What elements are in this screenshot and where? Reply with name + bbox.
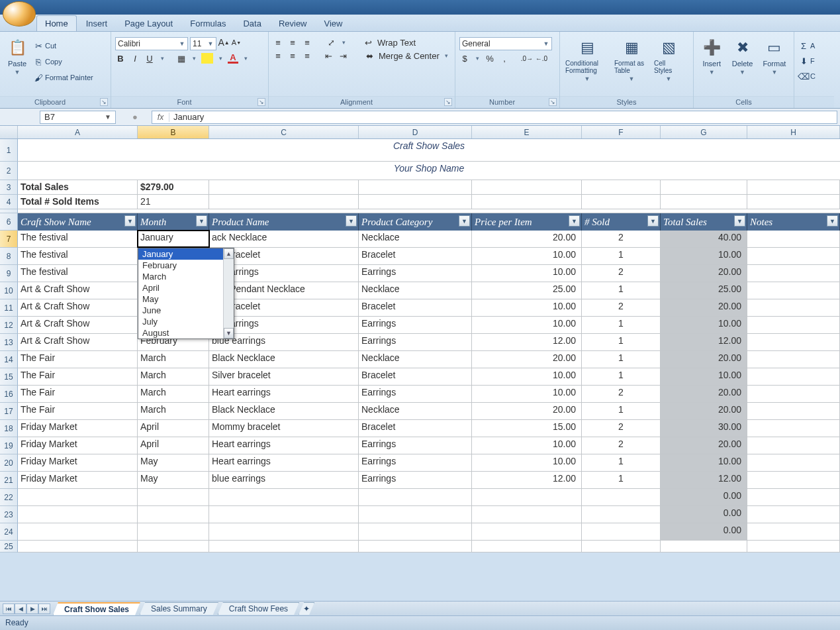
cell[interactable]: The Fair — [18, 351, 138, 368]
cell[interactable]: 10.00 — [661, 368, 747, 385]
filter-button[interactable]: ▼ — [346, 215, 357, 227]
cell[interactable]: 20.00 — [472, 231, 582, 247]
cell[interactable] — [472, 180, 582, 194]
merge-center-button[interactable]: Merge & Center — [379, 51, 440, 61]
spreadsheet-grid[interactable]: A B C D E F G H 123467891011121314151617… — [0, 126, 840, 552]
cell[interactable] — [582, 489, 661, 505]
cell[interactable]: Mommy bracelet — [209, 420, 359, 437]
cell[interactable] — [747, 180, 840, 194]
font-family-combo[interactable]: Calibri▼ — [115, 37, 188, 50]
table-header[interactable]: # Sold▼ — [582, 213, 661, 231]
cell[interactable]: 12.00 — [661, 334, 747, 350]
cell[interactable] — [747, 282, 840, 299]
cell[interactable] — [472, 506, 582, 523]
cell[interactable] — [747, 506, 840, 523]
comma-button[interactable]: , — [499, 53, 510, 64]
cell[interactable]: May — [138, 454, 209, 471]
cell[interactable]: 1 — [582, 248, 661, 264]
sheet-tab[interactable]: Sales Summary — [140, 602, 218, 615]
increase-indent-icon[interactable]: ⇥ — [338, 50, 348, 61]
align-bottom-icon[interactable]: ≡ — [302, 37, 312, 48]
dropdown-option[interactable]: August — [138, 327, 234, 339]
cell[interactable]: Heart earrings — [209, 437, 359, 454]
cell[interactable]: Silver bracelet — [209, 368, 359, 385]
cell[interactable]: Black Necklace — [209, 403, 359, 419]
tab-view[interactable]: View — [316, 16, 351, 31]
cell[interactable] — [209, 523, 359, 540]
validation-dropdown[interactable]: JanuaryFebruaryMarchAprilMayJuneJulyAugu… — [138, 248, 234, 339]
delete-cells-button[interactable]: ✖Delete▼ — [728, 34, 756, 78]
cell[interactable] — [209, 195, 359, 209]
number-format-combo[interactable]: General▼ — [459, 37, 552, 50]
cell[interactable] — [18, 489, 138, 505]
align-middle-icon[interactable]: ≡ — [287, 37, 298, 48]
cell[interactable]: Art & Craft Show — [18, 299, 138, 316]
cell[interactable]: Necklace — [359, 231, 472, 247]
cell[interactable]: Art & Craft Show — [18, 282, 138, 299]
dropdown-option[interactable]: April — [138, 282, 234, 293]
clear-button[interactable]: ⌫C — [798, 69, 816, 83]
cell[interactable]: 15.00 — [472, 420, 582, 437]
col-header[interactable]: A — [18, 126, 138, 138]
sheet-tab[interactable]: Craft Show Fees — [218, 602, 299, 615]
next-sheet-button[interactable]: ▶ — [26, 604, 38, 614]
cell[interactable]: Necklace — [359, 351, 472, 368]
cell[interactable] — [747, 523, 840, 540]
cell-styles-button[interactable]: ▧Cell Styles▼ — [653, 34, 684, 85]
cell[interactable] — [747, 317, 840, 333]
cell[interactable] — [747, 248, 840, 264]
cell[interactable] — [138, 541, 209, 552]
cell[interactable] — [747, 351, 840, 368]
cell[interactable] — [747, 368, 840, 385]
cell[interactable]: 1 — [582, 472, 661, 488]
cell[interactable]: 1 — [582, 351, 661, 368]
dialog-launcher-icon[interactable]: ↘ — [100, 98, 108, 106]
name-box[interactable]: B7▼ — [40, 111, 116, 124]
cell[interactable] — [747, 472, 840, 488]
cell[interactable]: 2 — [582, 265, 661, 282]
cell[interactable] — [359, 541, 472, 552]
cell[interactable]: 10.00 — [472, 454, 582, 471]
cell[interactable]: $279.00 — [138, 180, 209, 194]
cell[interactable]: 1 — [582, 454, 661, 471]
cell[interactable] — [747, 386, 840, 402]
row-header[interactable]: 22 — [0, 489, 18, 506]
row-header[interactable]: 2 — [0, 162, 18, 180]
row-header[interactable]: 10 — [0, 282, 18, 299]
select-all-corner[interactable] — [0, 126, 18, 138]
sheet-tab-active[interactable]: Craft Show Sales — [53, 602, 140, 615]
cell[interactable]: 10.00 — [472, 386, 582, 402]
cell[interactable]: Earrings — [359, 265, 472, 282]
row-header[interactable]: 16 — [0, 386, 18, 403]
row-header[interactable]: 3 — [0, 180, 18, 195]
cell[interactable] — [747, 265, 840, 282]
fill-button[interactable]: ⬇F — [798, 54, 815, 68]
cell[interactable]: Black Necklace — [209, 351, 359, 368]
row-header[interactable]: 8 — [0, 248, 18, 265]
tab-insert[interactable]: Insert — [78, 16, 116, 31]
cell[interactable]: Friday Market — [18, 472, 138, 488]
dialog-launcher-icon[interactable]: ↘ — [257, 98, 265, 106]
cell[interactable] — [582, 523, 661, 540]
row-header[interactable]: 11 — [0, 299, 18, 317]
cell[interactable]: Earrings — [359, 334, 472, 350]
cell[interactable]: 1 — [582, 403, 661, 419]
cell[interactable] — [747, 334, 840, 350]
borders-button[interactable]: ▦ — [176, 53, 187, 64]
row-header[interactable]: 19 — [0, 437, 18, 454]
table-header[interactable]: Craft Show Name▼ — [18, 213, 138, 231]
cell[interactable] — [359, 506, 472, 523]
cell[interactable]: The festival — [18, 265, 138, 282]
cell[interactable] — [138, 489, 209, 505]
cell[interactable] — [582, 541, 661, 552]
cell[interactable] — [18, 523, 138, 540]
cell[interactable]: 10.00 — [472, 299, 582, 316]
filter-button[interactable]: ▼ — [124, 215, 136, 227]
align-left-icon[interactable]: ≡ — [273, 50, 283, 61]
first-sheet-button[interactable]: ⏮ — [3, 604, 15, 614]
cell[interactable] — [472, 195, 582, 209]
cell[interactable] — [747, 299, 840, 316]
cell[interactable]: 20.00 — [661, 351, 747, 368]
cell[interactable]: blue earrings — [209, 472, 359, 488]
cell[interactable]: 10.00 — [472, 368, 582, 385]
